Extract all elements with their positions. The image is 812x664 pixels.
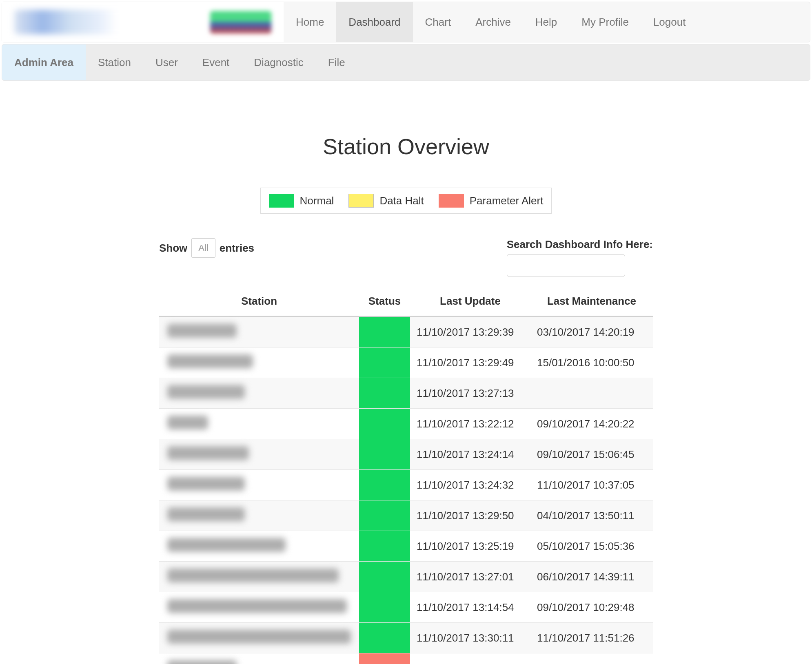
legend-data-halt: Data Halt	[348, 194, 424, 208]
nav-dashboard[interactable]: Dashboard	[336, 2, 413, 42]
table-row[interactable]: 11/10/2017 13:29:5006/10/2017 10:05:07	[159, 653, 653, 664]
status-indicator	[359, 623, 410, 653]
brand-logo-area	[2, 2, 284, 42]
show-entries-control: Show All entries	[159, 238, 254, 258]
last-update-cell: 11/10/2017 13:24:32	[410, 470, 530, 500]
status-cell	[359, 470, 410, 500]
search-control: Search Dashboard Info Here:	[507, 238, 653, 277]
station-name-cell	[159, 562, 359, 592]
content-wrapper: Show All entries Search Dashboard Info H…	[159, 238, 653, 664]
last-maintenance-cell: 06/10/2017 14:39:11	[530, 562, 653, 592]
station-name-cell	[159, 439, 359, 470]
last-update-cell: 11/10/2017 13:14:54	[410, 592, 530, 623]
station-name-redacted	[167, 538, 286, 552]
top-nav: Home Dashboard Chart Archive Help My Pro…	[2, 2, 810, 42]
last-update-cell: 11/10/2017 13:29:50	[410, 500, 530, 531]
table-header-row: Station Status Last Update Last Maintena…	[159, 289, 653, 317]
station-name-cell	[159, 378, 359, 409]
col-header-station[interactable]: Station	[159, 289, 359, 317]
status-indicator	[359, 409, 410, 439]
subnav-station[interactable]: Station	[86, 44, 143, 80]
table-row[interactable]: 11/10/2017 13:27:13	[159, 378, 653, 409]
table-row[interactable]: 11/10/2017 13:24:1409/10/2017 15:06:45	[159, 439, 653, 470]
last-update-cell: 11/10/2017 13:25:19	[410, 531, 530, 562]
status-cell	[359, 378, 410, 409]
status-indicator	[359, 378, 410, 408]
legend-normal: Normal	[269, 194, 334, 208]
status-cell	[359, 592, 410, 623]
table-row[interactable]: 11/10/2017 13:29:3903/10/2017 14:20:19	[159, 317, 653, 347]
brand-logo-redacted	[14, 10, 202, 34]
col-header-last-maintenance[interactable]: Last Maintenance	[530, 289, 653, 317]
table-row[interactable]: 11/10/2017 13:29:5004/10/2017 13:50:11	[159, 500, 653, 531]
last-maintenance-cell: 11/10/2017 11:51:26	[530, 623, 653, 653]
nav-chart[interactable]: Chart	[413, 2, 464, 42]
last-maintenance-cell: 05/10/2017 15:05:36	[530, 531, 653, 562]
last-update-cell: 11/10/2017 13:22:12	[410, 409, 530, 439]
status-cell	[359, 500, 410, 531]
status-indicator	[359, 317, 410, 347]
col-header-last-update[interactable]: Last Update	[410, 289, 530, 317]
table-row[interactable]: 11/10/2017 13:27:0106/10/2017 14:39:11	[159, 562, 653, 592]
last-update-cell: 11/10/2017 13:29:50	[410, 653, 530, 664]
station-name-redacted	[167, 660, 237, 664]
status-legend: Normal Data Halt Parameter Alert	[0, 188, 812, 214]
nav-logout[interactable]: Logout	[641, 2, 698, 42]
subnav-user[interactable]: User	[143, 44, 190, 80]
status-indicator	[359, 592, 410, 622]
show-entries-select[interactable]: All	[191, 238, 215, 258]
last-update-cell: 11/10/2017 13:30:11	[410, 623, 530, 653]
last-update-cell: 11/10/2017 13:27:13	[410, 378, 530, 409]
station-name-redacted	[167, 354, 253, 368]
subnav-event[interactable]: Event	[190, 44, 242, 80]
table-row[interactable]: 11/10/2017 13:25:1905/10/2017 15:05:36	[159, 531, 653, 562]
last-maintenance-cell: 04/10/2017 13:50:11	[530, 500, 653, 531]
status-cell	[359, 409, 410, 439]
station-name-redacted	[167, 477, 245, 491]
subnav-diagnostic[interactable]: Diagnostic	[242, 44, 315, 80]
nav-help[interactable]: Help	[523, 2, 569, 42]
table-row[interactable]: 11/10/2017 13:22:1209/10/2017 14:20:22	[159, 409, 653, 439]
sub-nav: Admin Area Station User Event Diagnostic…	[2, 44, 810, 81]
last-update-cell: 11/10/2017 13:24:14	[410, 439, 530, 470]
table-row[interactable]: 11/10/2017 13:14:5409/10/2017 10:29:48	[159, 592, 653, 623]
status-cell	[359, 531, 410, 562]
nav-my-profile[interactable]: My Profile	[569, 2, 641, 42]
col-header-status[interactable]: Status	[359, 289, 410, 317]
legend-alert-label: Parameter Alert	[470, 195, 544, 207]
search-input[interactable]	[507, 254, 625, 277]
station-name-cell	[159, 347, 359, 378]
last-update-cell: 11/10/2017 13:27:01	[410, 562, 530, 592]
station-name-redacted	[167, 324, 237, 338]
subnav-admin-area[interactable]: Admin Area	[2, 44, 86, 80]
status-cell	[359, 653, 410, 664]
table-row[interactable]: 11/10/2017 13:29:4915/01/2016 10:00:50	[159, 347, 653, 378]
station-name-redacted	[167, 599, 347, 613]
swatch-normal	[269, 194, 294, 208]
station-name-cell	[159, 653, 359, 664]
page-title: Station Overview	[0, 134, 812, 159]
station-name-redacted	[167, 569, 339, 582]
last-update-cell: 11/10/2017 13:29:49	[410, 347, 530, 378]
table-row[interactable]: 11/10/2017 13:30:1111/10/2017 11:51:26	[159, 623, 653, 653]
nav-home[interactable]: Home	[284, 2, 336, 42]
status-indicator	[359, 562, 410, 592]
legend-normal-label: Normal	[300, 195, 334, 207]
legend-parameter-alert: Parameter Alert	[439, 194, 544, 208]
subnav-file[interactable]: File	[316, 44, 357, 80]
last-maintenance-cell: 11/10/2017 10:37:05	[530, 470, 653, 500]
show-prefix-label: Show	[159, 242, 187, 255]
status-indicator	[359, 653, 410, 664]
station-name-redacted	[167, 385, 245, 399]
status-cell	[359, 562, 410, 592]
table-row[interactable]: 11/10/2017 13:24:3211/10/2017 10:37:05	[159, 470, 653, 500]
nav-archive[interactable]: Archive	[463, 2, 523, 42]
last-maintenance-cell	[530, 378, 653, 409]
station-name-cell	[159, 470, 359, 500]
last-maintenance-cell: 09/10/2017 10:29:48	[530, 592, 653, 623]
station-name-redacted	[167, 446, 249, 460]
last-maintenance-cell: 15/01/2016 10:00:50	[530, 347, 653, 378]
status-indicator	[359, 470, 410, 500]
last-maintenance-cell: 09/10/2017 14:20:22	[530, 409, 653, 439]
table-controls: Show All entries Search Dashboard Info H…	[159, 238, 653, 277]
